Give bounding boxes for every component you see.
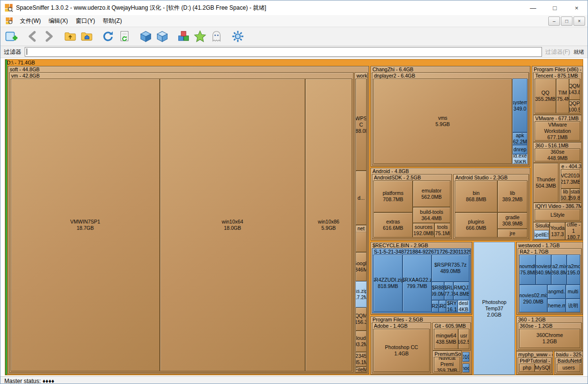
node-$rl[interactable]: $RL77.7: [444, 282, 453, 300]
status-text: Master status: ♦♦♦♦: [4, 378, 54, 384]
go-up-button[interactable]: [62, 29, 78, 44]
favorites-button[interactable]: [192, 29, 208, 44]
node-tim[interactable]: TIM275.4M: [556, 79, 569, 113]
minimize-button[interactable]: —: [522, 0, 544, 15]
mdi-minimize-button[interactable]: –: [548, 16, 560, 26]
menu-window[interactable]: 窗口(Y): [72, 16, 99, 27]
node-wps-c[interactable]: WPS C588.0M: [356, 79, 367, 171]
node-net-44[interactable]: net - 44: [356, 225, 367, 252]
node-nod[interactable]: nod: [463, 364, 469, 372]
node-vmware-workstation[interactable]: VMware Workstation677.1MB: [535, 121, 580, 141]
node-bin[interactable]: bin868.8MB: [455, 180, 497, 212]
node-lstyle[interactable]: LStyle: [535, 209, 580, 221]
node-$rxaag22.z[interactable]: $RXAAG22.z799.7MB: [402, 255, 432, 312]
mdi-close-button[interactable]: ×: [573, 16, 585, 26]
refresh-view-button[interactable]: [117, 29, 132, 44]
node-$r2e[interactable]: $R2E: [432, 300, 439, 312]
node-desl[interactable]: desl4KB: [458, 300, 469, 312]
node-2345[interactable]: 234535.1M: [356, 352, 367, 367]
node-360se[interactable]: 360se448.9MB: [535, 148, 580, 161]
node-$r0[interactable]: $R0(: [439, 300, 446, 312]
node-sources[interactable]: sources192.0MB: [413, 223, 434, 238]
new-scan-button[interactable]: [3, 29, 19, 44]
node-cloudn[interactable]: cloudn93.2M: [356, 331, 367, 352]
node-photoshop-temp37[interactable]: Photoshop Temp372.0GB: [474, 242, 515, 375]
menu-edit[interactable]: 编辑(X): [45, 16, 72, 27]
node-qqm[interactable]: QQM143.8: [569, 79, 580, 100]
less-detail-button[interactable]: [138, 29, 154, 44]
node-qq[interactable]: QQ355.2MB: [535, 79, 556, 113]
node-google[interactable]: Google346M: [356, 252, 367, 281]
back-button[interactable]: [25, 29, 40, 44]
refresh-button[interactable]: [100, 29, 116, 44]
node-360chrome[interactable]: 360Chrome1.2GB: [519, 329, 580, 348]
mdi-restore-button[interactable]: □: [561, 16, 573, 26]
node-label: lib60.1: [561, 189, 570, 201]
node-ss.zip[interactable]: ss.zip17.2M: [356, 281, 367, 307]
node-vms[interactable]: vms5.9GB: [373, 79, 512, 164]
node-010[interactable]: 010: [463, 352, 469, 362]
node-ra2.mix[interactable]: ra2.mix268.8M: [551, 255, 567, 285]
maximize-button[interactable]: □: [544, 0, 566, 15]
node-movies0[interactable]: movies0340.9M: [536, 255, 551, 285]
node-$r4zzudi.zip[interactable]: $R4ZZUDI.zip818.9MB: [373, 255, 402, 312]
configuration-button[interactable]: [230, 29, 246, 44]
filter-input[interactable]: [25, 48, 542, 56]
node-qqm[interactable]: QQM156.3: [356, 307, 367, 331]
node-$r88[interactable]: $R8899.0M: [432, 282, 444, 300]
more-detail-button[interactable]: [155, 29, 170, 44]
node-stati[interactable]: stati59.8: [570, 189, 580, 201]
node-lib[interactable]: lib389.2MB: [497, 180, 527, 212]
node-vmwin7sp1[interactable]: VMWIN7SP118.7GB: [11, 79, 160, 371]
ghost-tracking-button[interactable]: [209, 29, 224, 44]
node-ld.exe[interactable]: ld.exe36KB: [512, 154, 527, 164]
node-extras[interactable]: extras616.6MB: [373, 212, 413, 238]
node-$rmqjx[interactable]: $RMQJX34.8MB: [453, 282, 469, 300]
node-langmd.[interactable]: langmd.,: [547, 285, 566, 299]
go-home-button[interactable]: [79, 29, 94, 44]
node-lib[interactable]: lib60.1: [561, 189, 570, 201]
filter-apply-button[interactable]: 过滤器(F): [545, 48, 570, 56]
node-$rspr735.7z[interactable]: $RSPR735.7z489.0MB: [432, 255, 469, 282]
node-qqpl[interactable]: QQPl100.5: [569, 100, 580, 113]
free-space-strip[interactable]: [5, 60, 7, 375]
node-dnrep[interactable]: dnrep: [512, 145, 527, 154]
node-php[interactable]: php: [519, 364, 535, 372]
node-mysql[interactable]: MySQl: [535, 364, 550, 372]
node-photoshop-cc[interactable]: Photoshop CC1.4GB: [373, 329, 430, 372]
node-youda[interactable]: Youda137.3: [550, 222, 565, 240]
node-thunder[interactable]: Thunder504.3MB: [533, 163, 558, 203]
node-win10x86[interactable]: win10x865.9GB: [305, 79, 352, 371]
file-view-button[interactable]: [176, 29, 191, 44]
node-mingw64[interactable]: mingw64438.5MB: [434, 329, 458, 349]
node-navicat-premi[interactable]: Navicat Premi359.7MB: [434, 357, 460, 372]
node-users[interactable]: users: [557, 364, 580, 372]
node-jre[interactable]: jre: [497, 229, 527, 238]
node-d...[interactable]: d...: [356, 171, 367, 225]
node-$ry[interactable]: $RY16.1: [446, 300, 458, 312]
menu-help[interactable]: 帮助(Z): [99, 16, 125, 27]
node-filem[interactable]: FileM: [356, 367, 367, 372]
forward-button[interactable]: [41, 29, 57, 44]
node-win10x64[interactable]: win10x6418.0GB: [160, 79, 305, 371]
node-multi[interactable]: multi: [566, 285, 580, 299]
node-ra2mc[interactable]: ra2mc195.0: [567, 255, 580, 285]
node-tools[interactable]: tools175.1MB: [434, 223, 450, 238]
node-theme.m[interactable]: theme.m: [547, 299, 566, 312]
node-gradle[interactable]: gradle308.9MB: [497, 212, 527, 229]
node-ctfile-1[interactable]: ctfile - 1180.7: [565, 222, 582, 240]
node-usr[interactable]: usr162.5: [458, 329, 469, 349]
node-platforms[interactable]: platforms708.7MB: [373, 180, 413, 212]
node-block[interactable]: 说明: [566, 299, 580, 312]
node-build-tools[interactable]: build-tools364.4MB: [413, 207, 450, 223]
node-vc2010i[interactable]: VC2010i217.3MB: [561, 169, 580, 189]
node-system[interactable]: system349.0: [512, 79, 527, 132]
node-emulator[interactable]: emulator562.0MB: [413, 180, 450, 207]
node-spelles[interactable]: SpellES: [534, 230, 549, 239]
node-movies02.mix[interactable]: movies02.mix290.0MB: [519, 285, 547, 312]
node-movmd0[interactable]: movmd0375.8MB: [519, 255, 536, 285]
node-plugins[interactable]: plugins666.0MB: [455, 212, 497, 238]
close-button[interactable]: ×: [566, 0, 588, 15]
menu-file[interactable]: 文件(W): [16, 16, 45, 27]
node-apk[interactable]: apk62.2M: [512, 132, 527, 145]
